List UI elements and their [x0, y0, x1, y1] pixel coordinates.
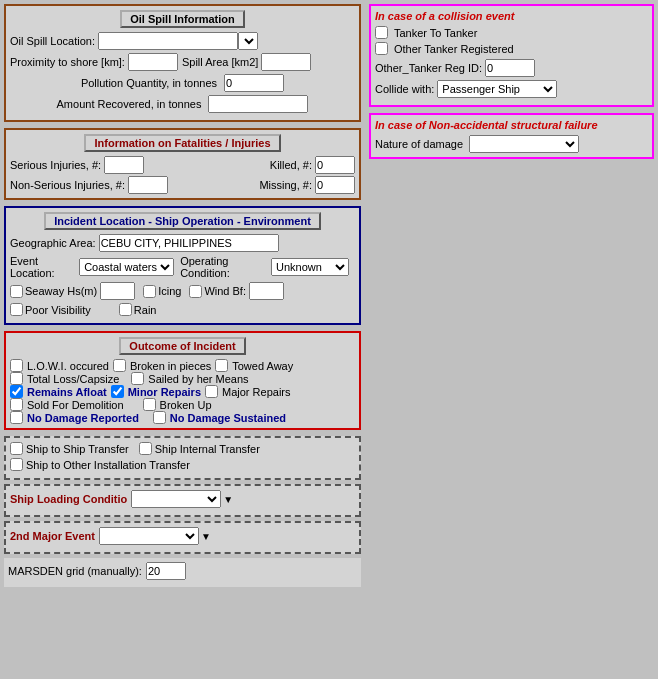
oil-location-label: Oil Spill Location:: [10, 35, 95, 47]
no-damage-reported-checkbox[interactable]: [10, 411, 23, 424]
minor-repairs-checkbox[interactable]: [111, 385, 124, 398]
lowi-label: L.O.W.I. occured: [27, 360, 109, 372]
proximity-input[interactable]: [128, 53, 178, 71]
total-loss-checkbox[interactable]: [10, 372, 23, 385]
missing-input[interactable]: [315, 176, 355, 194]
serious-input[interactable]: [104, 156, 144, 174]
marsden-input[interactable]: [146, 562, 186, 580]
amount-input[interactable]: [208, 95, 308, 113]
icing-checkbox[interactable]: [143, 285, 156, 298]
seaway-checkbox[interactable]: [10, 285, 23, 298]
no-damage-sustained-checkbox[interactable]: [153, 411, 166, 424]
nature-select[interactable]: Hull failure Machinery failure: [469, 135, 579, 153]
ship-other-checkbox[interactable]: [10, 458, 23, 471]
broken-up-label: Broken Up: [160, 399, 212, 411]
sold-demolition-checkbox[interactable]: [10, 398, 23, 411]
oil-location-dropdown[interactable]: [238, 32, 258, 50]
poor-vis-checkbox[interactable]: [10, 303, 23, 316]
incident-title: Incident Location - Ship Operation - Env…: [44, 212, 321, 230]
major-repairs-checkbox[interactable]: [205, 385, 218, 398]
collide-select[interactable]: Passenger Ship Cargo Ship Tanker Other: [437, 80, 557, 98]
event-label: Event Location:: [10, 255, 76, 279]
ship-internal-checkbox[interactable]: [139, 442, 152, 455]
ship-loading-dropdown-icon: ▼: [223, 494, 233, 505]
ship-loading-label: Ship Loading Conditio: [10, 493, 127, 505]
broken-up-checkbox[interactable]: [143, 398, 156, 411]
spill-area-input[interactable]: [261, 53, 311, 71]
total-loss-label: Total Loss/Capsize: [27, 373, 119, 385]
collide-label: Collide with:: [375, 83, 434, 95]
nonserious-label: Non-Serious Injuries, #:: [10, 179, 125, 191]
killed-label: Killed, #:: [270, 159, 312, 171]
amount-label: Amount Recovered, in tonnes: [57, 98, 202, 110]
op-condition-label: Operating Condition:: [180, 255, 268, 279]
seaway-input[interactable]: [100, 282, 135, 300]
serious-label: Serious Injuries, #:: [10, 159, 101, 171]
ship-to-ship-checkbox[interactable]: [10, 442, 23, 455]
fatalities-title: Information on Fatalities / Injuries: [84, 134, 280, 152]
major-event-select[interactable]: Collision Grounding Fire: [99, 527, 199, 545]
pollution-input[interactable]: [224, 74, 284, 92]
wind-input[interactable]: [249, 282, 284, 300]
spill-area-label: Spill Area [km2]: [182, 56, 258, 68]
towed-away-checkbox[interactable]: [215, 359, 228, 372]
collision-title: In case of a collision event: [375, 10, 648, 22]
outcome-title: Outcome of Incident: [119, 337, 245, 355]
major-repairs-label: Major Repairs: [222, 386, 290, 398]
ship-loading-select[interactable]: Laden Ballast Part Laden: [131, 490, 221, 508]
oil-spill-title: Oil Spill Information: [120, 10, 245, 28]
non-accidental-title: In case of Non-accidental structural fai…: [375, 119, 648, 131]
pollution-label: Pollution Quantity, in tonnes: [81, 77, 217, 89]
broken-pieces-label: Broken in pieces: [130, 360, 211, 372]
rain-label: Rain: [134, 304, 157, 316]
proximity-label: Proximity to shore [km]:: [10, 56, 125, 68]
geo-input[interactable]: [99, 234, 279, 252]
minor-repairs-label: Minor Repairs: [128, 386, 201, 398]
tanker-to-tanker-checkbox[interactable]: [375, 26, 388, 39]
towed-away-label: Towed Away: [232, 360, 293, 372]
reg-id-label: Other_Tanker Reg ID:: [375, 62, 482, 74]
ship-to-ship-label: Ship to Ship Transfer: [26, 443, 129, 455]
killed-input[interactable]: [315, 156, 355, 174]
other-tanker-checkbox[interactable]: [375, 42, 388, 55]
tanker-to-tanker-label: Tanker To Tanker: [394, 27, 477, 39]
sailed-checkbox[interactable]: [131, 372, 144, 385]
sailed-label: Sailed by her Means: [148, 373, 248, 385]
no-damage-reported-label: No Damage Reported: [27, 412, 139, 424]
lowi-checkbox[interactable]: [10, 359, 23, 372]
op-condition-select[interactable]: Unknown Normal Emergency: [271, 258, 349, 276]
nonserious-input[interactable]: [128, 176, 168, 194]
ship-other-label: Ship to Other Installation Transfer: [26, 459, 190, 471]
geo-label: Geographic Area:: [10, 237, 96, 249]
oil-location-input[interactable]: [98, 32, 238, 50]
seaway-label: Seaway Hs(m): [25, 285, 97, 297]
wind-checkbox[interactable]: [189, 285, 202, 298]
broken-pieces-checkbox[interactable]: [113, 359, 126, 372]
sold-demolition-label: Sold For Demolition: [27, 399, 124, 411]
wind-label: Wind Bf:: [204, 285, 246, 297]
remains-afloat-checkbox[interactable]: [10, 385, 23, 398]
other-tanker-label: Other Tanker Registered: [394, 43, 514, 55]
missing-label: Missing, #:: [259, 179, 312, 191]
no-damage-sustained-label: No Damage Sustained: [170, 412, 286, 424]
icing-label: Icing: [158, 285, 181, 297]
marsden-label: MARSDEN grid (manually):: [8, 565, 142, 577]
major-event-label: 2nd Major Event: [10, 530, 95, 542]
remains-afloat-label: Remains Afloat: [27, 386, 107, 398]
nature-label: Nature of damage: [375, 138, 463, 150]
major-event-dropdown-icon: ▼: [201, 531, 211, 542]
rain-checkbox[interactable]: [119, 303, 132, 316]
reg-id-input[interactable]: [485, 59, 535, 77]
ship-internal-label: Ship Internal Transfer: [155, 443, 260, 455]
poor-vis-label: Poor Visibility: [25, 304, 91, 316]
event-location-select[interactable]: Coastal waters Open sea Port River: [79, 258, 174, 276]
